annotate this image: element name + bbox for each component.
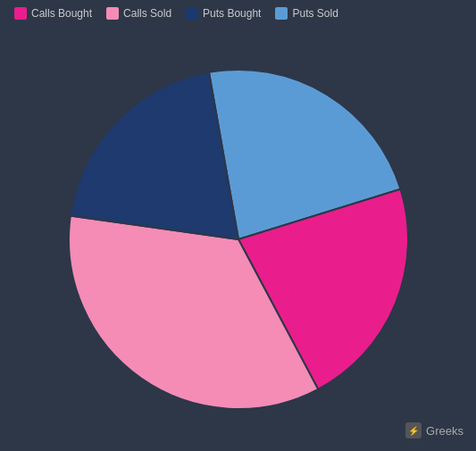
legend-color-puts-bought — [186, 7, 198, 20]
chart-container — [0, 27, 476, 451]
legend-label-calls-sold: Calls Sold — [123, 7, 171, 20]
legend-label-puts-bought: Puts Bought — [203, 7, 261, 20]
legend-label-puts-sold: Puts Sold — [292, 7, 338, 20]
legend-color-puts-sold — [275, 7, 288, 20]
chart-legend: Calls BoughtCalls SoldPuts BoughtPuts So… — [0, 0, 476, 27]
greeks-label: Greeks — [426, 424, 463, 438]
legend-color-calls-sold — [106, 7, 119, 20]
legend-color-calls-bought — [14, 7, 27, 20]
greeks-icon: ⚡ — [405, 422, 422, 438]
legend-item-calls-sold: Calls Sold — [106, 7, 171, 20]
greeks-watermark: ⚡ Greeks — [405, 422, 463, 438]
pie-chart — [51, 52, 426, 427]
legend-item-calls-bought: Calls Bought — [14, 7, 92, 20]
legend-item-puts-sold: Puts Sold — [275, 7, 338, 20]
legend-label-calls-bought: Calls Bought — [31, 7, 92, 20]
legend-item-puts-bought: Puts Bought — [186, 7, 261, 20]
